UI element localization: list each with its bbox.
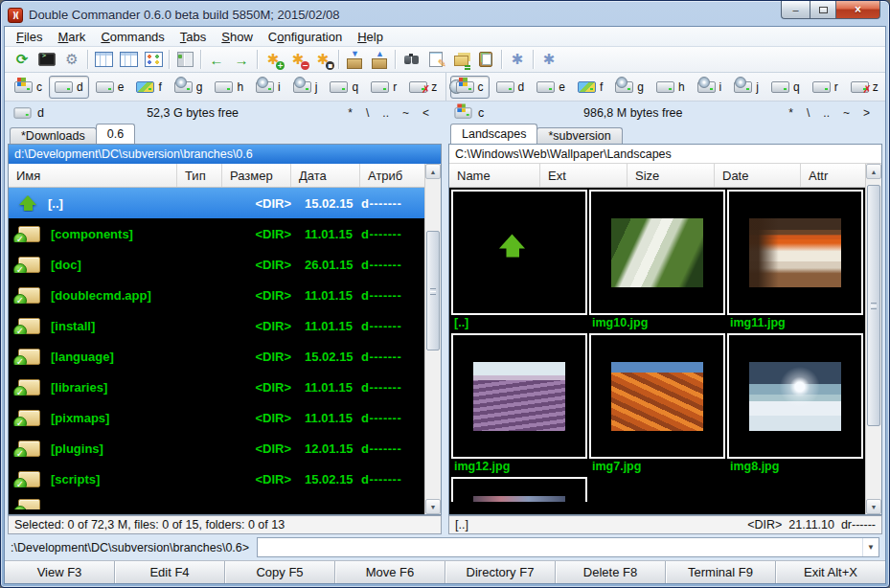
column-header[interactable]: Тип [177,164,222,187]
extract-button[interactable] [367,48,392,71]
system-drive-icon[interactable] [454,107,471,118]
column-header[interactable]: Атриб [360,164,424,187]
drive-q-button[interactable]: q [324,76,364,99]
drive-z-button[interactable]: z [845,76,884,99]
column-header[interactable]: Attr [801,164,865,187]
file-row[interactable]: [doublecmd.app] <DIR> 11.01.15 d------- [9,280,424,310]
tab-06[interactable]: 0.6 [96,124,135,144]
thumbnail-[interactable]: [..] [451,190,587,331]
column-header[interactable]: Name [449,164,540,187]
drive-d-button[interactable]: d [49,76,89,99]
column-header[interactable]: Имя [9,164,177,187]
nav-button-root[interactable]: \ [359,106,376,120]
scrollbar-thumb[interactable] [426,231,440,351]
nav-button-star[interactable]: * [782,106,800,120]
column-header[interactable]: Ext [540,164,628,187]
nav-button-home[interactable]: ~ [836,106,856,120]
nav-button-home[interactable]: ~ [396,106,416,120]
column-header[interactable]: Size [628,164,715,187]
multi-rename-button[interactable] [423,48,448,71]
right-scrollbar[interactable]: ▲ ▼ [865,164,881,514]
scrollbar-thumb[interactable] [867,185,880,426]
drive-z-button[interactable]: z [403,76,443,99]
thumbnail-img12jpg[interactable]: img12.jpg [451,333,587,475]
menu-item-configuration[interactable]: Configuration [261,28,350,46]
menu-item-help[interactable]: Help [350,28,391,46]
scrollbar-down-button[interactable]: ▼ [866,499,881,514]
left-drive-letter[interactable]: d [37,106,44,120]
drive-i-button[interactable]: i [692,76,728,99]
view-full-button[interactable] [116,48,141,71]
nav-button-parent[interactable]: .. [376,106,396,120]
drive-e-button[interactable]: e [90,76,130,99]
fn-view-f3[interactable]: View F3 [5,561,114,583]
drive-r-button[interactable]: r [807,76,844,99]
archive-config-button[interactable]: ✱▪ [310,48,335,71]
options-button[interactable]: ⚙ [59,48,84,71]
scrollbar-down-button[interactable]: ▼ [425,499,441,514]
nav-button-history-right[interactable]: > [856,106,877,120]
menu-item-mark[interactable]: Mark [50,28,93,46]
nav-button-star[interactable]: * [341,106,359,120]
fn-exit-alt-x[interactable]: Exit Alt+X [775,561,885,583]
file-row[interactable]: [install] <DIR> 11.01.15 d------- [9,310,424,341]
drive-g-button[interactable]: g [609,76,650,99]
drive-h-button[interactable]: h [650,76,691,99]
drive-d-button[interactable]: d [491,76,531,99]
close-button[interactable]: × [836,1,880,19]
tab-landscapes[interactable]: Landscapes [450,124,537,144]
thumbnail-img8jpg[interactable]: img8.jpg [727,333,863,475]
thumbnail-img10jpg[interactable]: img10.jpg [589,190,725,331]
copy-names-button[interactable] [473,48,498,71]
file-row[interactable]: [doc] <DIR> 26.01.15 d------- [9,249,424,280]
tab-subversion[interactable]: *subversion [536,127,622,144]
drive-h-button[interactable]: h [209,76,249,99]
scrollbar-up-button[interactable]: ▲ [425,164,441,179]
fn-move-f6[interactable]: Move F6 [334,561,445,583]
fn-terminal-f9[interactable]: Terminal F9 [665,561,775,583]
column-header[interactable]: Дата [291,164,360,187]
search-button[interactable] [399,48,423,71]
file-row[interactable]: [scripts] <DIR> 15.02.15 d------- [9,464,424,494]
drive-r-button[interactable]: r [365,76,402,99]
thumbnail-img11jpg[interactable]: img11.jpg [727,190,863,331]
menu-item-files[interactable]: Files [9,28,50,46]
tab-downloads[interactable]: *Downloads [10,127,97,144]
menu-item-commands[interactable]: Commands [93,28,171,46]
thumbnail-partial[interactable] [451,477,587,502]
drive-network-button[interactable]: \\ [885,76,890,99]
drive-q-button[interactable]: q [765,76,806,99]
drive-e-button[interactable]: e [531,76,571,99]
fn-copy-f5[interactable]: Copy F5 [224,561,334,583]
scrollbar-up-button[interactable]: ▲ [866,164,881,179]
minimize-button[interactable]: – [781,1,810,19]
fn-directory-f7[interactable]: Directory F7 [445,561,555,583]
left-scrollbar[interactable]: ▲ ▼ [424,164,441,514]
archive-remove-button[interactable]: ✱− [285,48,310,71]
column-header[interactable]: Date [715,164,801,187]
drive-f-button[interactable]: f [130,76,167,99]
dc-settings-button[interactable]: ✱ [505,48,530,71]
menu-item-show[interactable]: Show [214,28,261,46]
pack-button[interactable] [342,48,367,71]
view-thumbnails-button[interactable] [141,48,166,71]
menu-item-tabs[interactable]: Tabs [172,28,214,46]
fn-delete-f8[interactable]: Delete F8 [555,561,665,583]
thumbnail-img7jpg[interactable]: img7.jpg [589,333,725,475]
maximize-button[interactable] [810,1,836,19]
file-row[interactable]: [..] <DIR> 15.02.15 d------- [9,188,424,218]
fn-edit-f4[interactable]: Edit F4 [114,561,224,583]
drive-j-button[interactable]: j [287,76,324,99]
file-row[interactable]: [plugins] <DIR> 12.01.15 d------- [9,433,424,464]
back-button[interactable]: ← [204,48,229,71]
file-row[interactable]: [language] <DIR> 15.02.15 d------- [9,341,424,372]
hdd-drive-icon[interactable] [13,107,31,118]
nav-button-parent[interactable]: .. [816,106,836,120]
nav-button-history-left[interactable]: < [416,106,436,120]
command-input[interactable] [258,538,862,556]
left-path-bar[interactable]: d:\Development\DC\subversion\branches\0.… [9,145,441,164]
command-history-dropdown[interactable]: ▼ [862,538,879,556]
terminal-button[interactable] [34,48,59,71]
file-row-partial[interactable] [9,494,424,509]
drive-i-button[interactable]: i [250,76,286,99]
